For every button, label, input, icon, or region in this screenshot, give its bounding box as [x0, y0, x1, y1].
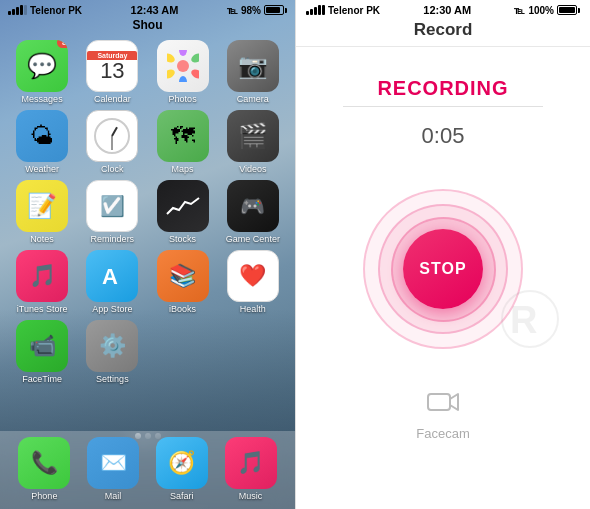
app-label-clock: Clock: [101, 164, 124, 174]
app-label-notes: Notes: [30, 234, 54, 244]
svg-rect-10: [428, 394, 450, 410]
watermark-logo: R: [500, 289, 560, 349]
app-label-reminders: Reminders: [91, 234, 135, 244]
dock-mail-img: ✉️: [87, 437, 139, 489]
app-icon-facetime-img: 📹: [16, 320, 68, 372]
dock-safari-label: Safari: [170, 491, 194, 501]
dock-mail[interactable]: ✉️ Mail: [87, 437, 139, 501]
svg-point-5: [167, 68, 176, 81]
svg-point-4: [189, 68, 198, 81]
app-icon-facetime[interactable]: 📹 FaceTime: [10, 320, 74, 384]
bluetooth-icon: ℡: [227, 5, 238, 16]
app-label-stocks: Stocks: [169, 234, 196, 244]
app-icon-stocks-img: [157, 180, 209, 232]
status-bar-right: Telenor PK 12:30 AM ℡ 100%: [296, 0, 590, 18]
time-right: 12:30 AM: [423, 4, 471, 16]
carrier-name-right: Telenor PK: [328, 5, 380, 16]
app-icon-messages-img: 💬 8: [16, 40, 68, 92]
battery-icon-left: [264, 5, 287, 15]
svg-text:R: R: [510, 299, 537, 341]
recording-timer: 0:05: [422, 123, 465, 149]
app-icon-notes-img: 📝: [16, 180, 68, 232]
calendar-date: 13: [100, 60, 124, 82]
battery-icon-right: [557, 5, 580, 15]
svg-point-1: [167, 52, 176, 65]
stop-button-container: STOP: [363, 189, 523, 349]
app-label-gamecenter: Game Center: [226, 234, 280, 244]
dock-mail-label: Mail: [105, 491, 122, 501]
app-label-ibooks: iBooks: [169, 304, 196, 314]
app-icon-appstore[interactable]: A App Store: [80, 250, 144, 314]
app-label-weather: Weather: [25, 164, 59, 174]
dock-safari[interactable]: 🧭 Safari: [156, 437, 208, 501]
nav-bar-right: Record: [296, 18, 590, 47]
app-icon-settings-img: ⚙️: [86, 320, 138, 372]
dock-phone[interactable]: 📞 Phone: [18, 437, 70, 501]
app-icon-itunes[interactable]: 🎵 iTunes Store: [10, 250, 74, 314]
app-label-calendar: Calendar: [94, 94, 131, 104]
app-icon-messages[interactable]: 💬 8 Messages: [10, 40, 74, 104]
svg-point-0: [177, 60, 189, 72]
app-title-left: Shou: [0, 18, 295, 32]
app-icon-maps-img: 🗺: [157, 110, 209, 162]
signal-icon-right: [306, 5, 325, 15]
facecam-icon: [427, 389, 459, 422]
app-icon-camera-img: 📷: [227, 40, 279, 92]
dock-music-label: Music: [239, 491, 263, 501]
app-icon-health-img: ❤️: [227, 250, 279, 302]
battery-group-right: ℡ 100%: [514, 5, 580, 16]
app-icon-calendar[interactable]: Saturday 13 Calendar: [80, 40, 144, 104]
svg-point-3: [179, 76, 187, 82]
app-icon-clock-img: [86, 110, 138, 162]
stop-label: STOP: [419, 260, 466, 278]
app-icon-gamecenter[interactable]: 🎮 Game Center: [221, 180, 285, 244]
app-label-videos: Videos: [239, 164, 266, 174]
app-icon-gamecenter-img: 🎮: [227, 180, 279, 232]
app-label-facetime: FaceTime: [22, 374, 62, 384]
app-label-appstore: App Store: [92, 304, 132, 314]
bluetooth-icon-right: ℡: [514, 5, 525, 16]
app-icon-videos[interactable]: 🎬 Videos: [221, 110, 285, 174]
app-icon-health[interactable]: ❤️ Health: [221, 250, 285, 314]
carrier-name-left: Telenor PK: [30, 5, 82, 16]
app-icon-reminders-img: ☑️: [86, 180, 138, 232]
recording-divider: [343, 106, 543, 107]
app-icon-notes[interactable]: 📝 Notes: [10, 180, 74, 244]
app-label-health: Health: [240, 304, 266, 314]
app-icon-maps[interactable]: 🗺 Maps: [151, 110, 215, 174]
clock-face: [94, 118, 130, 154]
record-content: RECORDING 0:05 STOP R Facecam: [296, 47, 590, 441]
battery-percent-left: 98%: [241, 5, 261, 16]
recording-label: RECORDING: [377, 77, 508, 100]
app-icon-photos[interactable]: Photos: [151, 40, 215, 104]
app-icon-clock[interactable]: Clock: [80, 110, 144, 174]
right-phone: Telenor PK 12:30 AM ℡ 100% Record RECORD…: [295, 0, 590, 509]
facecam-section[interactable]: Facecam: [416, 389, 469, 441]
dock: 📞 Phone ✉️ Mail 🧭 Safari 🎵 Music: [0, 431, 295, 509]
svg-text:A: A: [102, 264, 118, 289]
app-icon-appstore-img: A: [86, 250, 138, 302]
battery-group-left: ℡ 98%: [227, 5, 287, 16]
app-icon-calendar-img: Saturday 13: [86, 40, 138, 92]
facecam-label: Facecam: [416, 426, 469, 441]
dock-music[interactable]: 🎵 Music: [225, 437, 277, 501]
nav-title-right: Record: [414, 20, 473, 39]
app-label-settings: Settings: [96, 374, 129, 384]
app-label-maps: Maps: [172, 164, 194, 174]
app-icon-weather[interactable]: 🌤 Weather: [10, 110, 74, 174]
app-icon-photos-img: [157, 40, 209, 92]
carrier-right: Telenor PK: [306, 5, 380, 16]
app-icon-weather-img: 🌤: [16, 110, 68, 162]
left-phone: Telenor PK 12:43 AM ℡ 98% Shou 💬 8 Messa…: [0, 0, 295, 509]
app-icon-itunes-img: 🎵: [16, 250, 68, 302]
app-label-photos: Photos: [169, 94, 197, 104]
app-icon-ibooks[interactable]: 📚 iBooks: [151, 250, 215, 314]
app-icon-settings[interactable]: ⚙️ Settings: [80, 320, 144, 384]
stop-button[interactable]: STOP: [403, 229, 483, 309]
carrier-left: Telenor PK: [8, 5, 82, 16]
app-icon-stocks[interactable]: Stocks: [151, 180, 215, 244]
app-icon-videos-img: 🎬: [227, 110, 279, 162]
app-icon-reminders[interactable]: ☑️ Reminders: [80, 180, 144, 244]
app-icon-camera[interactable]: 📷 Camera: [221, 40, 285, 104]
app-label-camera: Camera: [237, 94, 269, 104]
